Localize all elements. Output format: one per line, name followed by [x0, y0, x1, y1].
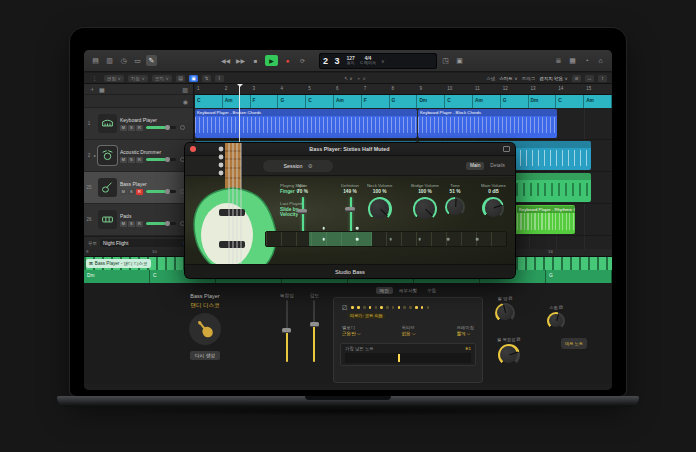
- pattern-dot[interactable]: [351, 306, 354, 309]
- pattern-dot[interactable]: [363, 306, 366, 309]
- pattern-dot[interactable]: [427, 306, 430, 309]
- cycle-icon[interactable]: ⟳: [297, 55, 308, 66]
- volume-slider[interactable]: [146, 190, 176, 193]
- pads-icon[interactable]: [98, 210, 117, 229]
- region-keyboard-block-chords[interactable]: Keyboard Player - Block Chords: [418, 109, 557, 138]
- rewind-icon[interactable]: ◀◀: [220, 55, 231, 66]
- chord-cell[interactable]: G: [278, 95, 306, 108]
- drag-menu[interactable]: 겹치지 않음 ∨: [539, 76, 568, 81]
- gear-icon[interactable]: ⚙: [308, 163, 313, 169]
- chord-cell[interactable]: G: [546, 270, 612, 283]
- loop-browser-icon[interactable]: ◔: [581, 55, 592, 66]
- editor-knob-스윙[interactable]: 스윙 ⚂: [547, 305, 565, 330]
- pattern-dot[interactable]: [369, 306, 372, 309]
- pattern-dot[interactable]: [415, 306, 418, 309]
- lcd-chevron-icon[interactable]: ∨: [381, 58, 385, 64]
- stop-icon[interactable]: ■: [250, 55, 261, 66]
- track-header-pads[interactable]: 26PadsMSR: [84, 204, 193, 236]
- record-enable-button[interactable]: R: [136, 157, 143, 163]
- region-keyboard-broken-chords[interactable]: Keyboard Player - Broken Chords: [195, 109, 417, 138]
- record-enable-button[interactable]: R: [136, 125, 143, 131]
- chord-cell[interactable]: G: [501, 95, 529, 108]
- snap-menu[interactable]: 스마트 ∨: [499, 76, 518, 81]
- zoom-h-icon[interactable]: ↔: [585, 75, 594, 82]
- param-value-menu[interactable]: 근음만 ⌵: [342, 331, 361, 336]
- mute-button[interactable]: M: [120, 157, 127, 163]
- tab-세부사항[interactable]: 세부사항: [395, 287, 421, 294]
- command-tool-menu[interactable]: ＋ ∨: [357, 76, 367, 81]
- pattern-dot[interactable]: [375, 306, 378, 309]
- pattern-dot[interactable]: [398, 306, 401, 309]
- pattern-dot[interactable]: [380, 306, 383, 309]
- chord-cell[interactable]: C: [556, 95, 584, 108]
- plugin-knob-tone[interactable]: Tone51 %: [445, 183, 465, 217]
- volume-slider[interactable]: [146, 126, 176, 129]
- drums-icon[interactable]: [98, 146, 117, 165]
- plugin-knob-neck-volume[interactable]: Neck Volume100 %: [367, 183, 392, 221]
- solo-button[interactable]: S: [128, 157, 135, 163]
- chord-cell[interactable]: Am: [473, 95, 501, 108]
- chord-cell[interactable]: C: [195, 95, 223, 108]
- chord-cell[interactable]: F: [251, 95, 279, 108]
- dead-notes-button[interactable]: 데드 노트: [561, 338, 587, 349]
- catch-playhead-icon[interactable]: ▣: [189, 75, 198, 82]
- view-button-main[interactable]: Main: [466, 162, 484, 170]
- filter-icon[interactable]: ◉: [183, 98, 188, 105]
- volume-slider[interactable]: [146, 222, 176, 225]
- pattern-dot[interactable]: [392, 306, 395, 309]
- chord-track[interactable]: CAmFGCAmFGDmCAmGDmCAm: [195, 95, 612, 108]
- chord-cell[interactable]: Dm: [84, 270, 150, 283]
- plugin-knob-main-volume[interactable]: Main Volume0 dB: [481, 183, 506, 219]
- track-header-bass-player[interactable]: 25Bass PlayerMSR: [84, 172, 193, 204]
- mute-button[interactable]: M: [120, 189, 127, 195]
- param-value-menu[interactable]: 없음 ⌵: [401, 331, 415, 336]
- pointer-tool-menu[interactable]: ↖ ∨: [344, 76, 352, 81]
- bass-icon[interactable]: [98, 178, 117, 197]
- chord-cell[interactable]: Am: [223, 95, 251, 108]
- pattern-dot[interactable]: [386, 306, 389, 309]
- add-track-icon[interactable]: ＋: [89, 85, 95, 94]
- play-button[interactable]: ▶: [265, 55, 278, 66]
- pencil-tool-icon[interactable]: ✎: [146, 55, 157, 66]
- duplicate-track-icon[interactable]: ▦: [99, 86, 105, 93]
- inspector-icon[interactable]: ▥: [104, 55, 115, 66]
- pattern-dot[interactable]: [421, 306, 424, 309]
- forward-icon[interactable]: ▶▶: [235, 55, 246, 66]
- param-value-menu[interactable]: 짧게 ⌵: [456, 331, 474, 336]
- mood-dropdown[interactable]: Night Flight ⇕: [100, 239, 190, 247]
- editor-knob-필-복잡성[interactable]: 필 복잡성 ⚂: [497, 337, 520, 366]
- tab-메인[interactable]: 메인: [376, 287, 393, 294]
- track-header-acoustic-drummer[interactable]: 2▸Acoustic DrummerMSR: [84, 140, 193, 172]
- regenerate-button[interactable]: 다시 생성: [190, 351, 221, 360]
- edit-menu[interactable]: 편집 ∨: [104, 75, 124, 82]
- tab-수동[interactable]: 수동: [423, 287, 440, 294]
- library-icon[interactable]: ▤: [90, 55, 101, 66]
- pattern-dot[interactable]: [409, 306, 412, 309]
- editor-slider-복잡성[interactable]: 복잡성: [280, 293, 294, 384]
- bar-ruler[interactable]: 123456789101112131415: [195, 84, 612, 95]
- bass-player-plugin-window[interactable]: Bass Player: Sixties Half Muted Session …: [185, 143, 515, 278]
- pan-knob[interactable]: [180, 125, 186, 131]
- lowest-note-slider[interactable]: [345, 353, 471, 363]
- solo-button[interactable]: S: [128, 189, 135, 195]
- waveform-zoom-icon[interactable]: ≋: [572, 75, 581, 82]
- pattern-dot[interactable]: [403, 306, 406, 309]
- editor-slider-강도[interactable]: 강도: [310, 293, 319, 384]
- browser-icon[interactable]: ⌂: [595, 55, 606, 66]
- editor-knob-필-양[interactable]: 필 양 ⚂: [495, 296, 515, 323]
- plugin-slider-mute[interactable]: Mute70 %: [297, 183, 308, 237]
- editor-region-chip[interactable]: ⊠ Bass Player - 댄디 디스코: [86, 259, 151, 268]
- chord-cell[interactable]: C: [306, 95, 334, 108]
- player-preset[interactable]: 댄디 디스코: [190, 302, 219, 309]
- chord-cell[interactable]: Am: [584, 95, 612, 108]
- grid-icon[interactable]: ▤: [176, 75, 185, 82]
- note-pads-icon[interactable]: ▦: [567, 55, 578, 66]
- quick-help-icon[interactable]: ◷: [118, 55, 129, 66]
- chord-cell[interactable]: Am: [334, 95, 362, 108]
- piano-icon[interactable]: [98, 114, 117, 133]
- mute-button[interactable]: M: [120, 125, 127, 131]
- chord-cell[interactable]: Dm: [417, 95, 445, 108]
- chord-cell[interactable]: G: [390, 95, 418, 108]
- chord-cell[interactable]: C: [445, 95, 473, 108]
- lane-keyboard-player[interactable]: Keyboard Player - Broken Chords Keyboard…: [195, 108, 612, 140]
